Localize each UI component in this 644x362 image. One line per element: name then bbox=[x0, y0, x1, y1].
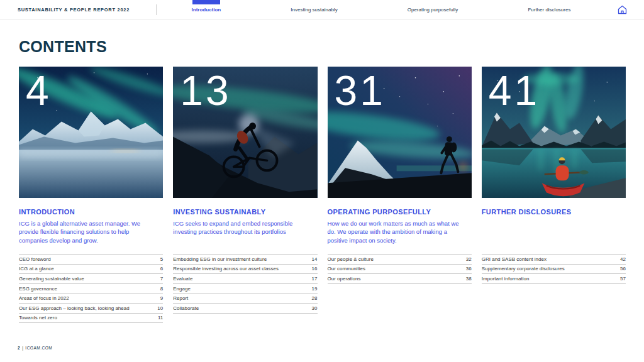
toc-row[interactable]: Supplementary corporate disclosures 56 bbox=[482, 265, 626, 275]
footer-page-number: 2 bbox=[18, 346, 20, 350]
toc-page: 16 bbox=[312, 266, 318, 272]
toc-label: ESG governance bbox=[19, 286, 57, 292]
section-card-further-disclosures: 41 FURTHER DISCLOSURES GRI and SASB cont… bbox=[482, 67, 626, 323]
toc-label: Our communities bbox=[328, 266, 365, 272]
toc-row[interactable]: Important information 57 bbox=[482, 274, 626, 284]
toc-row[interactable]: Embedding ESG in our investment culture … bbox=[173, 255, 317, 265]
toc-label: Areas of focus in 2022 bbox=[19, 295, 69, 301]
toc-list-operating-purposefully: Our people & culture 32 Our communities … bbox=[328, 254, 472, 284]
page-title: CONTENTS bbox=[19, 38, 626, 56]
toc-page: 5 bbox=[160, 256, 163, 262]
tab-label: Investing sustainably bbox=[291, 7, 337, 13]
home-icon bbox=[617, 5, 628, 14]
toc-page: 7 bbox=[160, 276, 163, 282]
toc-page: 30 bbox=[312, 305, 318, 311]
toc-label: Embedding ESG in our investment culture bbox=[173, 256, 267, 262]
toc-label: Report bbox=[173, 295, 188, 301]
toc-page: 14 bbox=[312, 256, 318, 262]
section-title: FURTHER DISCLOSURES bbox=[482, 208, 626, 216]
toc-page: 57 bbox=[620, 276, 626, 282]
section-card-introduction: 4 INTRODUCTION ICG is a global alternati… bbox=[19, 67, 163, 323]
toc-list-further-disclosures: GRI and SASB content index 42 Supplement… bbox=[482, 254, 626, 284]
toc-row[interactable]: Towards net zero 11 bbox=[19, 314, 163, 324]
toc-label: Engage bbox=[173, 286, 191, 292]
toc-row[interactable]: Evaluate 17 bbox=[173, 274, 317, 284]
toc-row[interactable]: ICG at a glance 6 bbox=[19, 265, 163, 275]
toc-row[interactable]: Areas of focus in 2022 9 bbox=[19, 293, 163, 304]
toc-page: 32 bbox=[466, 256, 472, 262]
section-title: OPERATING PURPOSEFULLY bbox=[328, 208, 472, 216]
toc-row[interactable]: Our people & culture 32 bbox=[328, 255, 472, 265]
contents-page: CONTENTS bbox=[0, 38, 644, 323]
toc-row[interactable]: Collaborate 30 bbox=[173, 304, 317, 314]
toc-label: Our operations bbox=[328, 276, 361, 282]
section-card-operating-purposefully: 31 OPERATING PURPOSEFULLY How we do our … bbox=[328, 67, 472, 323]
toc-row[interactable]: ESG governance 8 bbox=[19, 284, 163, 294]
toc-page: 28 bbox=[312, 295, 318, 301]
toc-page: 9 bbox=[160, 295, 163, 301]
top-navigation-bar: SUSTAINABILITY & PEOPLE REPORT 2022 Intr… bbox=[0, 0, 644, 19]
section-card-investing-sustainably: 13 INVESTING SUSTAINABLY ICG seeks to ex… bbox=[173, 67, 317, 323]
toc-label: Evaluate bbox=[173, 276, 192, 282]
section-description bbox=[482, 219, 626, 254]
home-button[interactable] bbox=[617, 5, 628, 14]
toc-label: CEO foreword bbox=[19, 256, 51, 262]
toc-page: 10 bbox=[157, 305, 163, 311]
toc-row[interactable]: Generating sustainable value 7 bbox=[19, 274, 163, 284]
toc-page: 36 bbox=[466, 266, 472, 272]
section-description: ICG seeks to expand and embed responsibl… bbox=[173, 219, 317, 254]
section-page-number-overlay: 4 bbox=[26, 67, 52, 115]
tab-label: Introduction bbox=[192, 7, 221, 13]
toc-list-introduction: CEO foreword 5 ICG at a glance 6 Generat… bbox=[19, 254, 163, 323]
tab-operating-purposefully[interactable]: Operating purposefully bbox=[404, 0, 462, 19]
toc-row[interactable]: Report 28 bbox=[173, 293, 317, 304]
section-image-introduction[interactable]: 4 bbox=[19, 67, 163, 198]
sections-grid: 4 INTRODUCTION ICG is a global alternati… bbox=[19, 67, 626, 323]
toc-row[interactable]: GRI and SASB content index 42 bbox=[482, 255, 626, 265]
toc-page: 17 bbox=[312, 276, 318, 282]
toc-label: Responsible investing across our asset c… bbox=[173, 266, 279, 272]
toc-label: Our people & culture bbox=[328, 256, 374, 262]
tab-introduction[interactable]: Introduction bbox=[188, 0, 225, 19]
nav-tabs: Introduction Investing sustainably Opera… bbox=[157, 0, 606, 19]
toc-page: 19 bbox=[312, 286, 318, 292]
tab-label: Further disclosures bbox=[528, 7, 570, 13]
tab-label: Operating purposefully bbox=[408, 7, 458, 13]
toc-label: GRI and SASB content index bbox=[482, 256, 547, 262]
section-page-number-overlay: 41 bbox=[489, 67, 540, 115]
report-title: SUSTAINABILITY & PEOPLE REPORT 2022 bbox=[18, 7, 130, 13]
toc-row[interactable]: Our communities 36 bbox=[328, 265, 472, 275]
toc-page: 42 bbox=[620, 256, 626, 262]
toc-page: 11 bbox=[158, 315, 163, 321]
toc-row[interactable]: CEO foreword 5 bbox=[19, 255, 163, 265]
toc-list-investing-sustainably: Embedding ESG in our investment culture … bbox=[173, 254, 317, 314]
toc-page: 6 bbox=[160, 266, 163, 272]
section-title: INVESTING SUSTAINABLY bbox=[173, 208, 317, 216]
toc-label: Generating sustainable value bbox=[19, 276, 84, 282]
toc-label: Important information bbox=[482, 276, 530, 282]
section-page-number-overlay: 13 bbox=[180, 67, 231, 115]
toc-page: 56 bbox=[620, 266, 626, 272]
footer-site: ICGAM.COM bbox=[25, 346, 52, 350]
section-title: INTRODUCTION bbox=[19, 208, 163, 216]
toc-row[interactable]: Engage 19 bbox=[173, 284, 317, 294]
toc-page: 8 bbox=[160, 286, 163, 292]
section-page-number-overlay: 31 bbox=[335, 67, 386, 115]
section-image-further-disclosures[interactable]: 41 bbox=[482, 67, 626, 198]
section-description: How we do our work matters as much as wh… bbox=[328, 219, 472, 254]
toc-row[interactable]: Responsible investing across our asset c… bbox=[173, 265, 317, 275]
tab-further-disclosures[interactable]: Further disclosures bbox=[524, 0, 574, 19]
page-footer: 2 | ICGAM.COM bbox=[18, 346, 52, 350]
toc-label: Towards net zero bbox=[19, 315, 57, 321]
toc-label: ICG at a glance bbox=[19, 266, 54, 272]
tab-investing-sustainably[interactable]: Investing sustainably bbox=[287, 0, 341, 19]
section-description: ICG is a global alternative asset manage… bbox=[19, 219, 163, 254]
section-image-investing-sustainably[interactable]: 13 bbox=[173, 67, 317, 198]
toc-row[interactable]: Our ESG approach – looking back, looking… bbox=[19, 304, 163, 314]
toc-row[interactable]: Our operations 38 bbox=[328, 274, 472, 284]
toc-label: Supplementary corporate disclosures bbox=[482, 266, 565, 272]
toc-label: Our ESG approach – looking back, looking… bbox=[19, 305, 130, 311]
toc-page: 38 bbox=[466, 276, 472, 282]
footer-separator: | bbox=[22, 346, 23, 350]
section-image-operating-purposefully[interactable]: 31 bbox=[328, 67, 472, 198]
